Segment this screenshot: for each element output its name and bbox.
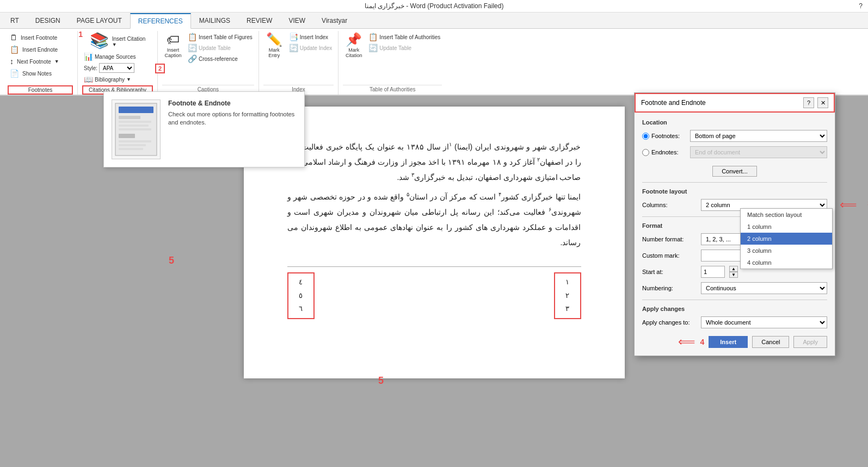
- insert-index-label: Insert Index: [300, 34, 328, 40]
- manage-sources-button[interactable]: 📊 Manage Sources: [82, 52, 153, 61]
- cross-reference-label: Cross-reference: [199, 56, 238, 62]
- spin-down-button[interactable]: ▼: [729, 272, 738, 278]
- custom-mark-label: Custom mark:: [642, 252, 697, 259]
- insert-table-of-figures-button[interactable]: 📋 Insert Table of Figures: [186, 32, 254, 42]
- convert-button[interactable]: Convert...: [712, 166, 757, 177]
- tab-review[interactable]: REVIEW: [238, 13, 280, 29]
- number-format-label: Number format:: [642, 236, 697, 242]
- svg-rect-9: [119, 148, 143, 150]
- step-2-number: 2: [158, 65, 162, 72]
- group-captions: 🏷 InsertCaption 📋 Insert Table of Figure…: [158, 31, 259, 95]
- tab-references[interactable]: REFERENCES: [130, 13, 191, 29]
- insert-footnote-label: Insert Footnote: [21, 35, 57, 41]
- show-notes-label: Show Notes: [22, 71, 52, 77]
- columns-dropdown: Match section layout 1 column 2 column 3…: [740, 208, 833, 269]
- tab-virastyar[interactable]: Virastyar: [313, 13, 355, 29]
- tab-page-layout[interactable]: PAGE LAYOUT: [69, 13, 130, 29]
- insert-citation-label: Insert Citation: [112, 36, 146, 42]
- help-button[interactable]: ?: [859, 2, 863, 10]
- manage-sources-icon: 📊: [84, 52, 93, 61]
- mark-citation-icon: 📌: [346, 33, 362, 46]
- tab-design[interactable]: DESIGN: [27, 13, 69, 29]
- divider-3: [642, 300, 827, 300]
- mark-citation-label: MarkCitation: [346, 47, 362, 58]
- footnote-item-3: ۳: [561, 302, 575, 316]
- ribbon: RT DESIGN PAGE LAYOUT REFERENCES MAILING…: [0, 13, 868, 96]
- insert-index-button[interactable]: 📑 Insert Index: [287, 32, 334, 42]
- start-at-spinner[interactable]: ▲ ▼: [729, 266, 738, 278]
- footnotes-radio-label[interactable]: Footnotes:: [642, 133, 686, 140]
- apply-to-select[interactable]: Whole document This section: [701, 316, 827, 328]
- update-table-authorities-label: Update Table: [379, 45, 411, 51]
- tab-rt[interactable]: RT: [2, 13, 27, 29]
- bibliography-label: Bibliography: [95, 77, 125, 83]
- mark-citation-button[interactable]: 📌 MarkCitation: [343, 32, 365, 59]
- dialog-help-button[interactable]: ?: [803, 97, 814, 108]
- footnotes-radio[interactable]: [642, 133, 649, 140]
- footnotes-items: 🗒 Insert Footnote 📋 Insert Endnote ↕ Nex…: [8, 31, 73, 85]
- endnotes-select[interactable]: End of document End of section: [690, 146, 827, 158]
- insert-footnote-icon: 🗒: [10, 33, 17, 42]
- tooltip-description: Check out more options for formatting fo…: [168, 110, 297, 127]
- tab-view[interactable]: VIEW: [280, 13, 313, 29]
- numbering-label: Numbering:: [642, 285, 697, 291]
- dialog-close-button[interactable]: ✕: [817, 97, 828, 108]
- show-notes-icon: 📄: [10, 69, 19, 78]
- footnote-item-5: ٥: [294, 289, 308, 303]
- insert-table-figures-icon: 📋: [188, 33, 197, 41]
- endnotes-radio[interactable]: [642, 149, 649, 156]
- footnotes-row: Footnotes: Bottom of page Below text: [642, 130, 827, 142]
- cancel-button[interactable]: Cancel: [752, 336, 789, 348]
- tooltip-title: Footnote & Endnote: [168, 99, 297, 107]
- dropdown-item-match[interactable]: Match section layout: [741, 209, 832, 221]
- dropdown-item-2col[interactable]: 2 column: [741, 233, 832, 245]
- insert-citation-icon: 📚: [90, 33, 109, 48]
- paragraph-1: خبرگزاری شهر و شهروندی ایران (ایمنا) ۱از…: [287, 139, 581, 185]
- insert-citation-button[interactable]: 📚 Insert Citation ▼: [82, 32, 153, 51]
- insert-authorities-icon: 📋: [368, 33, 378, 41]
- insert-endnote-button[interactable]: 📋 Insert Endnote: [8, 44, 73, 55]
- bibliography-button[interactable]: 📖 Bibliography ▼: [82, 74, 153, 84]
- style-select[interactable]: APA MLA Chicago: [99, 63, 134, 73]
- apply-to-row: Apply changes to: Whole document This se…: [642, 316, 827, 328]
- next-footnote-icon: ↕: [10, 57, 14, 66]
- ribbon-tabs: RT DESIGN PAGE LAYOUT REFERENCES MAILING…: [0, 13, 868, 29]
- bibliography-dropdown[interactable]: ▼: [126, 77, 131, 82]
- numbering-row: Numbering: Continuous Restart each secti…: [642, 282, 827, 294]
- group-citations: 📚 Insert Citation ▼ 📊 Manage Sources Sty…: [78, 31, 158, 95]
- endnotes-radio-label[interactable]: Endnotes:: [642, 149, 686, 156]
- authorities-items: 📌 MarkCitation 📋 Insert Table of Authori…: [343, 31, 442, 85]
- dropdown-item-1col[interactable]: 1 column: [741, 221, 832, 233]
- svg-rect-6: [119, 134, 135, 138]
- dropdown-arrow[interactable]: ▼: [112, 42, 117, 47]
- mark-entry-button[interactable]: ✏️ MarkEntry: [263, 32, 285, 59]
- footnotes-select[interactable]: Bottom of page Below text: [690, 130, 827, 142]
- tab-mailings[interactable]: MAILINGS: [191, 13, 238, 29]
- insert-caption-button[interactable]: 🏷 InsertCaption: [162, 32, 184, 59]
- dialog-title: Footnote and Endnote: [641, 99, 706, 107]
- apply-to-label: Apply changes to:: [642, 319, 697, 326]
- next-footnote-dropdown[interactable]: ▼: [54, 59, 59, 64]
- numbering-select[interactable]: Continuous Restart each section Restart …: [701, 282, 827, 294]
- cross-reference-button[interactable]: 🔗 Cross-reference: [186, 54, 254, 64]
- start-at-input[interactable]: [701, 266, 725, 278]
- insert-button[interactable]: Insert: [709, 336, 748, 348]
- insert-footnote-button[interactable]: 🗒 Insert Footnote: [8, 32, 73, 43]
- footnotes-label: Footnotes:: [651, 133, 680, 139]
- spin-up-button[interactable]: ▲: [729, 266, 738, 272]
- step-5-number: 5: [169, 251, 174, 270]
- apply-button[interactable]: Apply: [793, 336, 827, 348]
- next-footnote-button[interactable]: ↕ Next Footnote ▼: [8, 56, 73, 67]
- citations-items: 📚 Insert Citation ▼ 📊 Manage Sources Sty…: [82, 31, 153, 85]
- app-title: خبرگزاری ایمنا - Word (Product Activatio…: [365, 2, 504, 10]
- dropdown-item-3col[interactable]: 3 column: [741, 245, 832, 257]
- insert-table-authorities-button[interactable]: 📋 Insert Table of Authorities: [367, 32, 442, 42]
- svg-rect-3: [119, 121, 151, 123]
- dropdown-item-4col[interactable]: 4 column: [741, 257, 832, 269]
- update-index-label: Update Index: [300, 45, 333, 51]
- divider-1: [642, 182, 827, 183]
- show-notes-button[interactable]: 📄 Show Notes: [8, 68, 73, 79]
- ribbon-content: 🗒 Insert Footnote 📋 Insert Endnote ↕ Nex…: [0, 29, 868, 95]
- captions-items: 🏷 InsertCaption 📋 Insert Table of Figure…: [162, 31, 254, 85]
- custom-mark-input[interactable]: [701, 250, 744, 261]
